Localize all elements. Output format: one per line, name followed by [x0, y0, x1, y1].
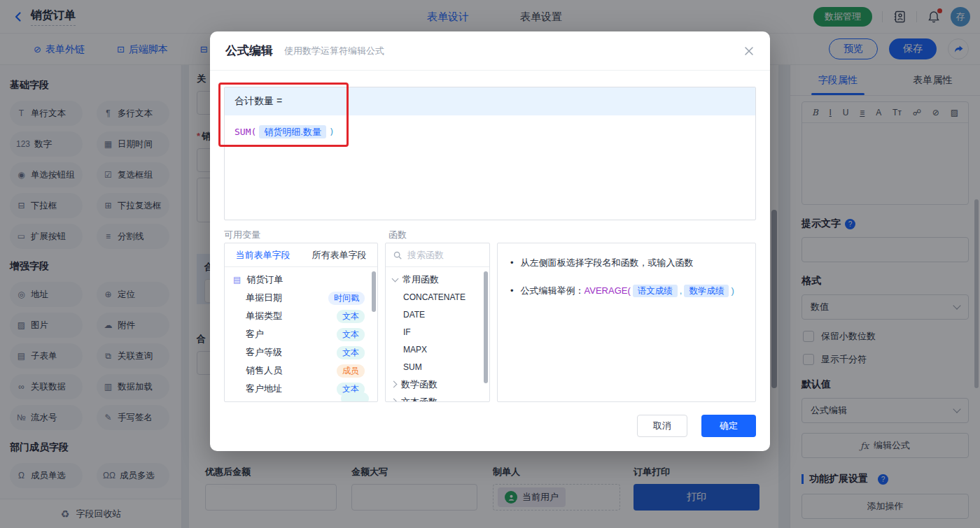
chevron-right-icon	[391, 381, 398, 388]
example-field-chip: 数学成绩	[684, 285, 729, 297]
function-search[interactable]	[386, 243, 489, 267]
formula-input-area[interactable]: 合计数量 = SUM(销货明细.数量)	[224, 87, 756, 220]
functions-scrollbar[interactable]	[484, 271, 488, 383]
tab-all-form-fields[interactable]: 所有表单字段	[301, 243, 377, 266]
variable-field-row[interactable]: 客户等级 文本	[225, 343, 377, 362]
example-prefix: 公式编辑举例：	[521, 285, 584, 296]
variable-field-row[interactable]: 客户 文本	[225, 325, 377, 343]
variables-scrollbar[interactable]	[372, 271, 376, 312]
function-item[interactable]: DATE	[386, 306, 489, 323]
example-function: AVERAGE(	[584, 285, 631, 296]
form-icon: ▤	[233, 275, 241, 285]
variable-field-name: 销售人员	[246, 364, 282, 377]
variable-field-row[interactable]: 销售人员 成员	[225, 362, 377, 380]
function-item[interactable]: SUM	[386, 358, 489, 376]
help-tip-2: 公式编辑举例：AVERAGE(语文成绩,数学成绩)	[510, 284, 743, 299]
field-chip[interactable]: 销货明细.数量	[259, 125, 326, 138]
example-comma: ,	[680, 285, 682, 296]
tab-current-form-fields[interactable]: 当前表单字段	[225, 243, 301, 266]
function-group-common[interactable]: 常用函数	[386, 271, 489, 288]
search-icon	[393, 250, 402, 260]
modal-title: 公式编辑	[225, 43, 273, 59]
cancel-button[interactable]: 取消	[637, 415, 687, 437]
chevron-down-icon	[392, 275, 399, 282]
variable-field-name: 客户地址	[246, 383, 282, 395]
close-icon	[743, 45, 755, 57]
field-type-badge: 文本	[337, 346, 365, 359]
function-group-text[interactable]: 文本函数	[386, 393, 489, 402]
variable-field-name: 客户	[246, 328, 264, 341]
variable-field-name: 单据类型	[246, 310, 282, 322]
variables-panel: 当前表单字段 所有表单字段 ▤ 销货订单 单据日期 时间戳	[224, 243, 378, 402]
function-item[interactable]: MAPX	[386, 341, 489, 358]
close-paren: )	[329, 127, 335, 137]
help-tip-1: 从左侧面板选择字段名和函数，或输入函数	[510, 256, 743, 271]
variable-field-name: 单据日期	[246, 292, 282, 304]
confirm-button[interactable]: 确定	[701, 415, 756, 437]
functions-label: 函数	[388, 229, 407, 241]
example-close-paren: )	[731, 285, 734, 296]
variables-form-row[interactable]: ▤ 销货订单	[225, 271, 377, 289]
modal-subtitle: 使用数学运算符编辑公式	[284, 45, 384, 57]
chevron-right-icon	[391, 399, 398, 402]
function-name: SUM(	[234, 127, 256, 137]
function-group-math[interactable]: 数学函数	[386, 376, 489, 393]
functions-panel: 常用函数 CONCATENATE DATE IF	[385, 243, 490, 402]
field-type-badge: 成员	[337, 364, 365, 378]
next-field-badge-partial	[341, 392, 369, 402]
variables-label: 可用变量	[224, 229, 260, 241]
function-item[interactable]: CONCATENATE	[386, 288, 489, 306]
formula-target: 合计数量 =	[225, 87, 755, 115]
field-type-badge: 文本	[337, 310, 365, 323]
formula-editor-modal: 公式编辑 使用数学运算符编辑公式 合计数量 = SUM(销货明细.数量) 可用变…	[210, 31, 770, 451]
variable-field-row[interactable]: 单据类型 文本	[225, 307, 377, 325]
help-panel: 从左侧面板选择字段名和函数，或输入函数 公式编辑举例：AVERAGE(语文成绩,…	[497, 243, 756, 402]
formula-expression[interactable]: SUM(销货明细.数量)	[225, 115, 755, 149]
field-type-badge: 时间戳	[328, 292, 365, 305]
function-item[interactable]: IF	[386, 323, 489, 341]
app-root: 销货订单 表单设计 表单设置 数据管理 存 ⊘ 表单	[0, 0, 980, 528]
function-search-input[interactable]	[407, 250, 477, 260]
example-field-chip: 语文成绩	[633, 285, 678, 297]
field-type-badge: 文本	[337, 328, 365, 341]
variable-field-name: 客户等级	[246, 346, 282, 359]
close-button[interactable]	[743, 45, 755, 57]
variable-field-row[interactable]: 单据日期 时间戳	[225, 289, 377, 307]
